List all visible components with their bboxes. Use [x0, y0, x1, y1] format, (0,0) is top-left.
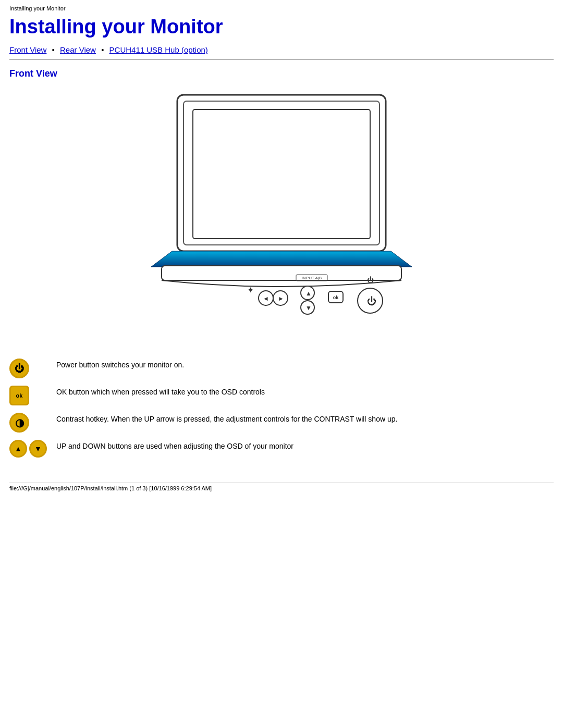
nav-rear-view[interactable]: Rear View — [60, 45, 96, 54]
nav-usb-hub[interactable]: PCUH411 USB Hub (option) — [109, 45, 208, 54]
section-divider — [9, 59, 554, 60]
legend-row-updown: ▲ ▼ UP and DOWN buttons are used when ad… — [9, 437, 554, 462]
bullet-1: • — [52, 45, 55, 54]
monitor-diagram: ✦ INPUT A|B ◄ ► ▲ ▼ ok ⏻ ⏻ — [146, 90, 417, 340]
legend-row-contrast: ◑ Contrast hotkey. When the UP arrow is … — [9, 410, 554, 437]
front-view-section: Front View ✦ INPUT A|B ◄ ► — [9, 68, 554, 462]
nav-links: Front View • Rear View • PCUH411 USB Hub… — [9, 45, 554, 54]
nav-front-view[interactable]: Front View — [9, 45, 46, 54]
svg-text:INPUT A|B: INPUT A|B — [302, 276, 322, 280]
legend-row-ok: ok OK button which when pressed will tak… — [9, 382, 554, 410]
legend-text-ok: OK button which when pressed will take y… — [56, 382, 554, 410]
down-arrow-icon: ▼ — [29, 440, 47, 458]
svg-rect-2 — [193, 109, 370, 239]
svg-marker-3 — [151, 251, 412, 267]
page-title: Installing your Monitor — [9, 16, 554, 38]
svg-text:►: ► — [278, 295, 284, 302]
status-bar: file:///G|/manual/english/107P/install/i… — [9, 483, 554, 491]
up-arrow-icon: ▲ — [9, 440, 27, 458]
svg-text:⏻: ⏻ — [367, 296, 376, 306]
svg-text:✦: ✦ — [247, 286, 254, 294]
svg-text:▲: ▲ — [305, 290, 312, 297]
browser-tab: Installing your Monitor — [9, 5, 554, 11]
svg-rect-4 — [162, 266, 401, 280]
svg-text:◄: ◄ — [263, 295, 269, 302]
legend-table: ⏻ Power button switches your monitor on.… — [9, 355, 554, 462]
legend-row-power: ⏻ Power button switches your monitor on. — [9, 355, 554, 382]
updown-icons: ▲ ▼ — [9, 440, 51, 458]
power-icon: ⏻ — [9, 359, 29, 378]
contrast-icon: ◑ — [9, 413, 29, 433]
legend-text-power: Power button switches your monitor on. — [56, 355, 554, 382]
section-front-view-title: Front View — [9, 68, 554, 79]
bullet-2: • — [101, 45, 104, 54]
ok-icon: ok — [9, 386, 29, 405]
svg-text:▼: ▼ — [305, 304, 312, 312]
svg-text:⏻: ⏻ — [367, 276, 374, 284]
svg-text:ok: ok — [333, 295, 339, 300]
legend-text-contrast: Contrast hotkey. When the UP arrow is pr… — [56, 410, 554, 437]
legend-text-updown: UP and DOWN buttons are used when adjust… — [56, 437, 554, 462]
